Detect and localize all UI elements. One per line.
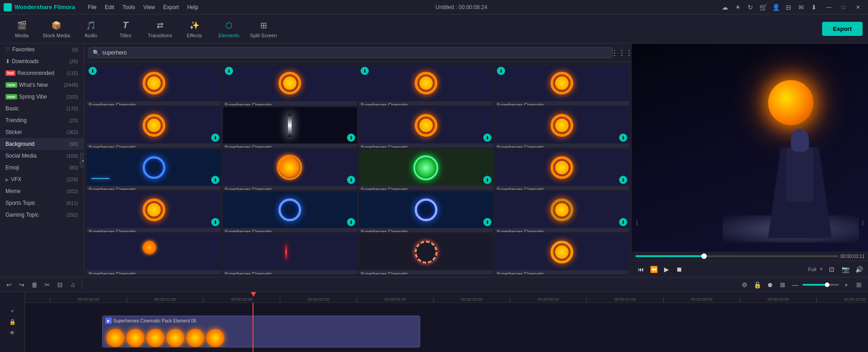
grid-item-label: Superheroes Cinematic ...	[359, 101, 493, 105]
zoom-in-button[interactable]: +	[841, 279, 852, 290]
detach-button[interactable]: ⊠	[777, 279, 788, 290]
settings-button[interactable]: ⚙	[739, 279, 750, 290]
sidebar-item-background[interactable]: Background (98)	[0, 138, 84, 150]
cart-icon[interactable]: 🛒	[759, 3, 767, 11]
tool-media[interactable]: 🎬 Media	[5, 16, 38, 42]
tool-titles[interactable]: T Titles	[109, 16, 142, 42]
list-item[interactable]: ⬇ Superheroes Cinematic ...	[223, 107, 357, 148]
delete-button[interactable]: 🗑	[29, 279, 40, 290]
mail-icon[interactable]: ✉	[797, 3, 805, 11]
volume-button[interactable]: 🔊	[853, 264, 864, 275]
audio-button[interactable]: ♫	[67, 279, 78, 290]
list-item[interactable]: ⬇ Superheroes Cinematic ...	[359, 107, 493, 148]
add-track-icon[interactable]: +	[8, 307, 17, 316]
sun-icon[interactable]: ☀	[734, 3, 742, 11]
list-item[interactable]: ⬇ Superheroes Cinematic ...	[223, 192, 357, 232]
split-button[interactable]: ⊟	[55, 279, 65, 290]
toolbar-divider	[82, 281, 82, 289]
list-item[interactable]: ⬇ Superheroes Cinematic ...	[495, 149, 630, 190]
list-item[interactable]: Superheroes Cinematic ...	[359, 234, 493, 274]
seek-bar[interactable]	[635, 255, 838, 257]
list-item[interactable]: ⬇ Superheroes Cinematic ...	[87, 107, 221, 148]
menu-edit[interactable]: Edit	[101, 2, 118, 12]
tool-media-label: Media	[15, 33, 29, 38]
fullscreen-timeline-button[interactable]: ⊞	[853, 279, 864, 290]
sidebar-item-spring-vibe[interactable]: new Spring Vibe (100)	[0, 91, 84, 103]
tool-transitions[interactable]: ⇄ Transitions	[144, 16, 176, 42]
menu-tools[interactable]: Tools	[119, 2, 139, 12]
list-item[interactable]: ⬇ Superheroes Cinematic ...	[223, 149, 357, 190]
list-item[interactable]: ⬇ Superheroes Cinematic ...	[87, 149, 221, 190]
list-item[interactable]: ⬇ Superheroes Cinematic ...	[495, 107, 630, 148]
list-item[interactable]: Superheroes Cinematic ...	[223, 234, 357, 274]
undo-button[interactable]: ↩	[4, 279, 15, 290]
list-item[interactable]: ⬇ Superheroes Cinematic ...	[223, 65, 357, 105]
zoom-out-button[interactable]: —	[790, 279, 801, 290]
sidebar-item-sticker[interactable]: Sticker (362)	[0, 126, 84, 138]
tool-effects-label: Effects	[187, 33, 202, 38]
list-item[interactable]: ⬇ Superheroes Cinematic ...	[359, 65, 493, 105]
layout-icon[interactable]: ⊟	[784, 3, 793, 11]
sidebar-item-recommended[interactable]: hot Recommended (115)	[0, 67, 84, 79]
sidebar-item-gaming-topic[interactable]: Gaming Topic (292)	[0, 209, 84, 221]
tool-effects[interactable]: ✨ Effects	[178, 16, 211, 42]
snapshot-button[interactable]: 📷	[840, 264, 851, 275]
sidebar-item-meme[interactable]: Meme (102)	[0, 185, 84, 197]
list-item[interactable]: ⬇ Superheroes Cinematic ...	[87, 192, 221, 232]
download-badge: ⬇	[619, 176, 627, 184]
close-button[interactable]: ✕	[852, 3, 864, 12]
lock-track-icon[interactable]: 🔒	[8, 317, 17, 327]
list-item[interactable]: Superheroes Cinematic ...	[87, 234, 221, 274]
cloud-icon[interactable]: ☁	[721, 3, 729, 11]
grid-item-label: Superheroes Cinematic ...	[359, 270, 493, 274]
sidebar-item-social-media[interactable]: Social Media (100)	[0, 150, 84, 162]
menu-export[interactable]: Export	[159, 2, 183, 12]
sidebar-collapse-handle[interactable]: ◀	[80, 153, 84, 168]
list-item[interactable]: ⬇ Superheroes Cinematic ...	[87, 65, 221, 105]
stop-button[interactable]: ⏹	[674, 264, 684, 275]
sidebar-item-basic[interactable]: Basic (170)	[0, 103, 84, 114]
maximize-button[interactable]: □	[837, 3, 850, 12]
export-button[interactable]: Export	[822, 22, 863, 36]
sidebar-item-emoji[interactable]: Emoji (80)	[0, 162, 84, 174]
list-item[interactable]: ⬇ Superheroes Cinematic ...	[495, 65, 630, 105]
refresh-icon[interactable]: ↻	[746, 3, 754, 11]
timeline-clip[interactable]: ▶ Superheroes Cinematic Pack Element 06	[102, 316, 420, 347]
menu-view[interactable]: View	[139, 2, 159, 12]
app-name: Wondershare Filmora	[15, 4, 75, 10]
sidebar-item-vfx[interactable]: ▶ VFX (228)	[0, 174, 84, 185]
tool-split-screen[interactable]: ⊞ Split Screen	[247, 16, 280, 42]
sidebar-item-whats-new[interactable]: new What's New (2448)	[0, 79, 84, 91]
sidebar-item-trending[interactable]: Trending (23)	[0, 114, 84, 126]
download-icon[interactable]: ⬇	[810, 3, 818, 11]
meme-label: Meme	[5, 188, 66, 194]
sidebar-item-downloads[interactable]: ⬇ Downloads (26)	[0, 55, 84, 67]
magnet-button[interactable]: 🔒	[752, 279, 763, 290]
list-item[interactable]: ⬇ Superheroes Cinematic ...	[359, 192, 493, 232]
sidebar-item-favorites[interactable]: ♡ Favorites (0)	[0, 44, 84, 55]
menu-file[interactable]: File	[84, 2, 100, 12]
list-item[interactable]: ⬇ Superheroes Cinematic ...	[495, 192, 630, 232]
list-item[interactable]: Superheroes Cinematic ...	[495, 234, 630, 274]
zoom-slider[interactable]	[803, 284, 839, 286]
search-input[interactable]	[102, 50, 609, 56]
tool-elements[interactable]: ⬡ Elements	[213, 16, 245, 42]
cut-button[interactable]: ✂	[42, 279, 53, 290]
tool-audio[interactable]: 🎵 Audio	[74, 16, 107, 42]
grid-item-label: Superheroes Cinematic ...	[87, 228, 221, 232]
redo-button[interactable]: ↪	[16, 279, 27, 290]
fit-screen-button[interactable]: ⊡	[826, 264, 837, 275]
record-button[interactable]: ⏺	[764, 279, 775, 290]
list-item[interactable]: ⬇ Superheroes Cinematic ...	[359, 149, 493, 190]
eye-track-icon[interactable]: 👁	[8, 328, 17, 337]
tool-stock-media[interactable]: 📦 Stock Media	[40, 16, 73, 42]
skip-back-button[interactable]: ⏮	[635, 264, 646, 275]
sidebar-item-sports-topic[interactable]: Sports Topic (611)	[0, 197, 84, 209]
play-button[interactable]: ▶	[661, 264, 672, 275]
zoom-dropdown-arrow[interactable]: ▼	[819, 267, 823, 272]
minimize-button[interactable]: —	[823, 3, 835, 12]
user-icon[interactable]: 👤	[772, 3, 780, 11]
step-back-button[interactable]: ⏪	[648, 264, 659, 275]
panel-options-button[interactable]: ⋮⋮⋮	[616, 47, 627, 58]
menu-help[interactable]: Help	[184, 2, 202, 12]
